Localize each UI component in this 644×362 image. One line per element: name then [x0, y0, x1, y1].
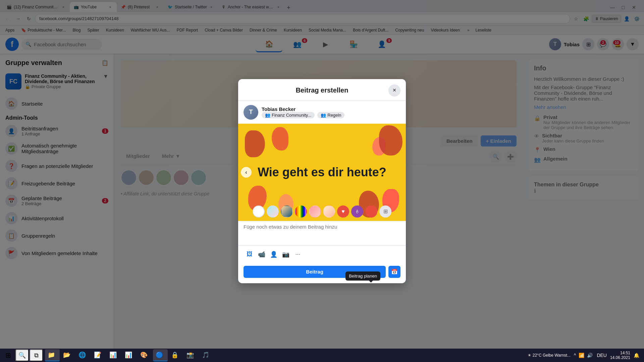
network-icon[interactable]: 📶	[578, 352, 585, 359]
bg-prev-button[interactable]: ‹	[241, 167, 252, 178]
tag-icon-regeln: 👥	[321, 113, 326, 118]
regeln-tag[interactable]: 👥 Regeln	[317, 112, 344, 118]
modal-user-info: Tobias Becker 👥 Finanz Community... 👥 Re…	[262, 106, 400, 118]
modal-user-name: Tobias Becker	[262, 106, 400, 112]
post-create-modal: Beitrag erstellen × T Tobias Becker 👥 Fi…	[238, 79, 406, 283]
taskbar-apps: 📁 📂 🌐 📝 📊 📊 🎨 🔵 🔒 📸 🎵	[44, 349, 524, 361]
notifications-btn[interactable]: 🔔	[633, 352, 640, 359]
more-options-button[interactable]: ···	[292, 248, 304, 260]
post-text-input[interactable]	[244, 224, 400, 241]
taskbar: ⊞ 🔍 ⧉ 📁 📂 🌐 📝 📊 📊 🎨 🔵 🔒	[0, 349, 644, 362]
taskbar-app-music[interactable]: 🎵	[199, 349, 214, 361]
modal-header: Beitrag erstellen ×	[238, 79, 406, 101]
chrome-icon: 🔵	[156, 351, 163, 359]
weather-label: 22°C Gelbe Warnst...	[533, 353, 571, 358]
taskbar-app-chrome[interactable]: 🔵	[153, 349, 168, 361]
tag-people-button[interactable]: 👤	[268, 248, 280, 260]
taskbar-right: ☀ 22°C Gelbe Warnst... ^ 📶 🔊 DEU 14:51 1…	[525, 351, 643, 360]
security-icon: 🔒	[171, 351, 178, 359]
swatch-red[interactable]	[365, 205, 377, 218]
swatch-grid[interactable]: ⊞	[379, 205, 391, 218]
swatch-white[interactable]	[253, 205, 265, 218]
add-video-button[interactable]: 📹	[256, 248, 268, 260]
swatch-pink[interactable]	[323, 205, 335, 218]
schedule-tooltip: Beitrag planen	[345, 272, 380, 281]
swatch-heart[interactable]: ♥	[337, 205, 349, 218]
modal-user-row: T Tobias Becker 👥 Finanz Community... 👥 …	[238, 101, 406, 124]
modal-user-tags: 👥 Finanz Community... 👥 Regeln	[262, 112, 400, 118]
taskbar-app-excel[interactable]: 📊	[107, 349, 121, 361]
paint-icon: 🎨	[140, 351, 148, 359]
modal-tools-row: 🖼 📹 👤 📷 ···	[238, 245, 406, 263]
explorer-icon: 📁	[48, 351, 55, 359]
taskbar-app-security[interactable]: 🔒	[168, 349, 183, 361]
swatch-row: ♥ 🕯 ⊞	[253, 205, 391, 218]
schedule-button[interactable]: 📅	[388, 266, 400, 278]
clock-time: 14:51	[610, 351, 630, 355]
start-button[interactable]: ⊞	[1, 349, 15, 361]
taskbar-app-camera[interactable]: 📸	[184, 349, 199, 361]
ppt-icon: 📊	[125, 351, 132, 359]
taskbar-app-explorer[interactable]: 📁	[45, 349, 60, 361]
taskbar-weather[interactable]: ☀ 22°C Gelbe Warnst...	[528, 353, 571, 358]
schedule-icon: 📅	[391, 268, 398, 275]
taskbar-app-word[interactable]: 📝	[91, 349, 106, 361]
add-camera-button[interactable]: 📷	[280, 248, 292, 260]
tag-icon-community: 👥	[265, 113, 270, 118]
community-tag[interactable]: 👥 Finanz Community...	[262, 112, 315, 118]
modal-user-avatar: T	[244, 105, 258, 120]
community-tag-label: Finanz Community...	[272, 113, 311, 118]
excel-icon: 📊	[109, 351, 117, 359]
bg-question-text: Wie geht es dir heute?	[258, 165, 386, 179]
modal-text-area	[238, 221, 406, 245]
swatch-orange[interactable]	[309, 205, 321, 218]
modal-overlay: Beitrag erstellen × T Tobias Becker 👥 Fi…	[0, 0, 644, 362]
swatch-yellow[interactable]	[281, 205, 293, 218]
modal-close-button[interactable]: ×	[388, 84, 400, 97]
volume-icon[interactable]: 🔊	[586, 352, 593, 359]
edge-icon: 🌐	[78, 351, 86, 359]
regeln-tag-label: Regeln	[327, 113, 341, 118]
swatch-gradient1[interactable]	[267, 205, 279, 218]
modal-title: Beitrag erstellen	[256, 86, 388, 94]
word-icon: 📝	[94, 351, 101, 359]
swatch-rainbow[interactable]	[295, 205, 307, 218]
files-icon: 📂	[63, 351, 70, 359]
clock-date: 14.06.2021	[610, 355, 630, 360]
taskbar-systray: ^ 📶 🔊	[573, 352, 594, 359]
taskbar-app-paint[interactable]: 🎨	[138, 349, 152, 361]
add-photo-button[interactable]: 🖼	[244, 248, 256, 260]
music-icon: 🎵	[202, 351, 209, 359]
start-icon: ⊞	[5, 351, 11, 359]
taskbar-language[interactable]: DEU	[596, 352, 607, 359]
camera-icon: 📸	[186, 351, 194, 359]
taskbar-app-powerpoint[interactable]: 📊	[122, 349, 137, 361]
bg-selector: ‹ Wie geht es dir heute? ♥ 🕯 ⊞	[238, 124, 406, 221]
modal-footer: Beitrag 📅 Beitrag planen	[238, 263, 406, 283]
taskbar-clock: 14:51 14.06.2021	[610, 351, 630, 360]
search-taskbar-button[interactable]: 🔍	[15, 349, 29, 361]
task-view-button[interactable]: ⧉	[30, 349, 43, 361]
swatch-candle[interactable]: 🕯	[351, 205, 363, 218]
taskbar-app-edge[interactable]: 🌐	[76, 349, 91, 361]
systray-arrow[interactable]: ^	[573, 352, 577, 359]
weather-icon: ☀	[528, 353, 531, 358]
taskbar-app-files[interactable]: 📂	[60, 349, 75, 361]
close-icon: ×	[393, 87, 396, 94]
